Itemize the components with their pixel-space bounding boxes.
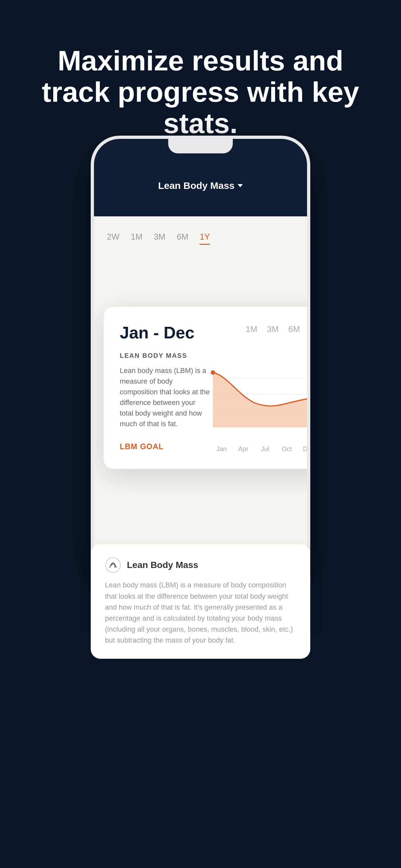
x-label-oct: Oct <box>279 445 295 453</box>
phone-screen: Lean Body Mass 2W 1M 3M 6M 1Y Jan - Dec <box>94 139 307 578</box>
svg-point-3 <box>211 370 215 375</box>
tab-2w[interactable]: 2W <box>107 232 120 245</box>
card-inner-layout: LEAN BODY MASS Lean body mass (LBM) is a… <box>120 352 307 453</box>
card-header: Jan - Dec 1M 3M 6M 1Y <box>120 323 307 342</box>
time-tabs-row: 2W 1M 3M 6M 1Y <box>94 226 307 251</box>
x-label-jul: Jul <box>257 445 273 453</box>
lbm-chart <box>210 352 307 442</box>
x-label-dec: Dec <box>301 445 307 453</box>
card-time-tabs: 1M 3M 6M 1Y <box>246 323 307 335</box>
card-goal-label[interactable]: LBM GOAL <box>120 442 210 451</box>
bottom-card-description: Lean body mass (LBM) is a measure of bod… <box>105 580 296 646</box>
x-label-apr: Apr <box>235 445 251 453</box>
bottom-card-header: Lean Body Mass <box>105 557 296 573</box>
tab-6m[interactable]: 6M <box>177 232 188 245</box>
phone-inner: Lean Body Mass 2W 1M 3M 6M 1Y Jan - Dec <box>94 139 307 578</box>
card-tab-1m[interactable]: 1M <box>246 324 257 334</box>
x-label-jan: Jan <box>213 445 229 453</box>
card-left-section: LEAN BODY MASS Lean body mass (LBM) is a… <box>120 352 210 453</box>
header-title-row: Lean Body Mass <box>158 180 243 191</box>
tab-1m[interactable]: 1M <box>131 232 143 245</box>
svg-point-5 <box>105 558 120 572</box>
card-date-range: Jan - Dec <box>120 323 194 342</box>
floating-stats-card: Jan - Dec 1M 3M 6M 1Y LEAN BODY MASS Lea… <box>104 307 307 469</box>
chart-x-labels: Jan Apr Jul Oct Dec <box>210 445 307 453</box>
lbm-circle-icon <box>105 557 121 573</box>
card-tab-6m[interactable]: 6M <box>288 324 300 334</box>
header-title-text: Lean Body Mass <box>158 180 235 191</box>
bottom-card-title-text: Lean Body Mass <box>127 560 198 570</box>
tab-1y[interactable]: 1Y <box>199 232 210 245</box>
chevron-down-icon <box>238 184 243 187</box>
hero-title: Maximize results and track progress with… <box>0 0 401 158</box>
phone-shell: Lean Body Mass 2W 1M 3M 6M 1Y Jan - Dec <box>91 135 310 581</box>
phone-notch <box>168 139 233 153</box>
card-section-title: LEAN BODY MASS <box>120 352 210 360</box>
bottom-info-card: Lean Body Mass Lean body mass (LBM) is a… <box>91 544 310 659</box>
phone-mockup: Lean Body Mass 2W 1M 3M 6M 1Y Jan - Dec <box>71 135 330 652</box>
card-chart-section: Jan Apr Jul Oct Dec <box>210 352 307 453</box>
card-description-text: Lean body mass (LBM) is a measure of bod… <box>120 365 210 429</box>
card-tab-3m[interactable]: 3M <box>267 324 279 334</box>
tab-3m[interactable]: 3M <box>154 232 165 245</box>
